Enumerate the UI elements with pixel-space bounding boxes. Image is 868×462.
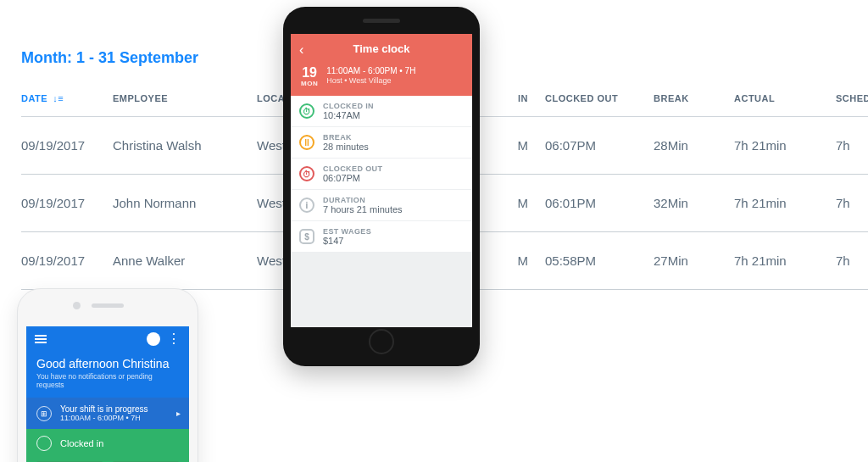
cell-scheduled: 7h <box>836 138 868 153</box>
cell-clocked-out: 06:07PM <box>545 138 654 153</box>
label: CLOCKED IN <box>323 102 374 110</box>
cell-break: 27Min <box>654 253 734 268</box>
cell-scheduled: 7h <box>836 196 868 210</box>
value: 28 minutes <box>323 142 369 152</box>
screen-title: Time clock <box>301 42 462 55</box>
phone-mock-home: ⋮ Good afternoon Christina You have no n… <box>17 288 198 462</box>
shift-summary: 11:00AM - 6:00PM • 7H Host • West Villag… <box>326 65 415 87</box>
detail-est-wages: $ EST WAGES $147 <box>291 221 472 253</box>
clocked-in-label: Clocked in <box>60 438 103 448</box>
cell-date: 09/19/2017 <box>21 196 113 210</box>
cell-break: 28Min <box>654 138 734 153</box>
sort-icon: ↓≡ <box>53 93 64 103</box>
calendar-icon: ⊞ <box>36 406 52 421</box>
cell-date: 09/19/2017 <box>21 253 113 268</box>
value: 10:47AM <box>323 110 374 120</box>
shift-time-range: 11:00AM - 6:00PM • 7H <box>326 65 415 76</box>
greeting: Good afternoon Christina <box>36 357 179 370</box>
more-icon[interactable]: ⋮ <box>167 332 181 346</box>
shift-time: 11:00AM - 6:00PM • 7H <box>60 414 148 422</box>
cell-clocked-out: 06:01PM <box>545 196 654 210</box>
avatar[interactable] <box>147 332 160 346</box>
clock-icon: ⏱ <box>299 103 314 119</box>
pause-icon: II <box>299 135 314 150</box>
cell-employee: Anne Walker <box>113 253 257 268</box>
clock-icon <box>36 436 52 451</box>
money-icon: $ <box>299 229 314 244</box>
cell-actual: 7h 21min <box>734 253 836 268</box>
label: CLOCKED OUT <box>323 164 382 173</box>
phone-mock-timeclock: ‹ Time clock 19 MON 11:00AM - 6:00PM • 7… <box>283 7 480 366</box>
clock-icon: ⏱ <box>299 166 314 181</box>
cell-employee: Christina Walsh <box>113 138 257 153</box>
chevron-right-icon: ▸ <box>176 409 181 418</box>
cell-scheduled: 7h <box>836 253 868 268</box>
label: BREAK <box>323 133 369 142</box>
column-header-employee[interactable]: EMPLOYEE <box>113 93 257 103</box>
value: $147 <box>323 236 371 246</box>
shift-status: Your shift is in progress <box>60 404 148 414</box>
clocked-in-row: Clocked in <box>26 429 189 458</box>
label: EST WAGES <box>323 227 371 236</box>
column-header-break[interactable]: BREAK <box>654 93 734 103</box>
cell-actual: 7h 21min <box>734 196 836 210</box>
value: 7 hours 21 minutes <box>323 204 403 214</box>
day-number: 19 <box>301 65 318 81</box>
greeting-subtitle: You have no notifications or pending req… <box>36 372 179 389</box>
back-icon[interactable]: ‹ <box>299 42 303 58</box>
column-header-actual[interactable]: ACTUAL <box>734 93 836 103</box>
column-header-date[interactable]: DATE ↓≡ <box>21 93 113 103</box>
value: 06:07PM <box>323 173 382 183</box>
label: DURATION <box>323 196 403 204</box>
cell-actual: 7h 21min <box>734 138 836 153</box>
cell-clocked-out: 05:58PM <box>545 253 654 268</box>
cell-break: 32Min <box>654 196 734 210</box>
info-icon: i <box>299 198 314 213</box>
day-badge: 19 MON <box>301 65 318 87</box>
detail-clocked-out: ⏱ CLOCKED OUT 06:07PM <box>291 159 472 190</box>
day-of-week: MON <box>301 81 318 88</box>
cell-employee: John Normann <box>113 196 257 210</box>
detail-duration: i DURATION 7 hours 21 minutes <box>291 190 472 221</box>
menu-icon[interactable] <box>35 335 47 343</box>
cell-date: 09/19/2017 <box>21 138 113 153</box>
shift-location: Host • West Village <box>326 76 415 86</box>
column-header-date-label: DATE <box>21 93 47 103</box>
column-header-scheduled[interactable]: SCHEDULED <box>836 93 868 103</box>
detail-clocked-in: ⏱ CLOCKED IN 10:47AM <box>291 96 472 127</box>
shift-card[interactable]: ⊞ Your shift is in progress 11:00AM - 6:… <box>26 398 189 429</box>
detail-break: II BREAK 28 minutes <box>291 127 472 159</box>
column-header-clocked-out[interactable]: CLOCKED OUT <box>545 93 654 103</box>
